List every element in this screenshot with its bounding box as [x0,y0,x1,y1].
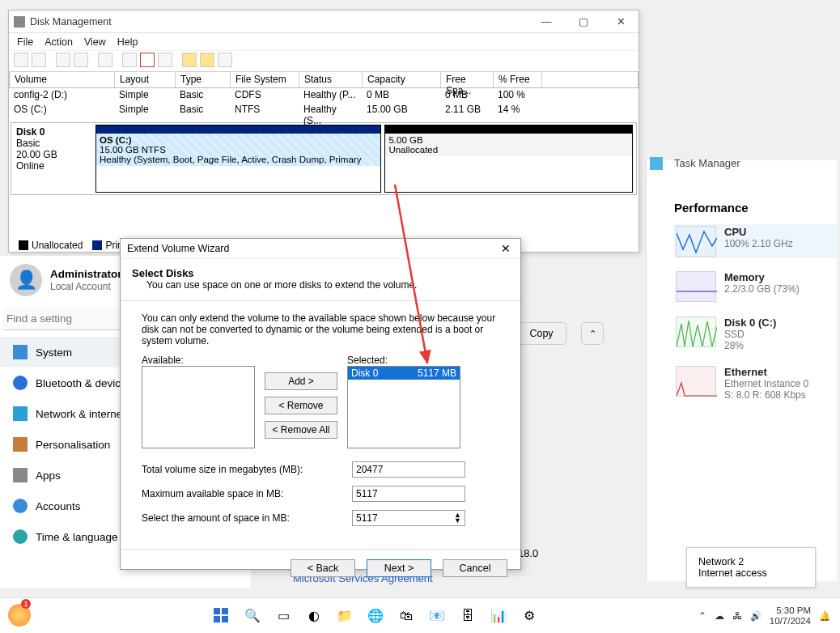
task-manager-taskbar-icon[interactable]: 📊 [487,605,510,627]
cell-volume: config-2 (D:) [9,88,114,103]
avatar-icon: 👤 [10,264,42,296]
col-capacity[interactable]: Capacity [363,72,441,87]
maximize-button[interactable]: ▢ [571,15,596,28]
next-button[interactable]: Next > [367,559,431,577]
menu-action[interactable]: Action [45,36,73,48]
perf-disk[interactable]: Disk 0 (C:)SSD28% [674,315,837,353]
settings-taskbar-icon[interactable]: ⚙ [518,605,541,627]
tm-heading: Performance [674,201,837,215]
detail-icon[interactable] [74,53,88,67]
selected-list[interactable]: Disk 0 5117 MB [347,366,460,448]
network-flyout[interactable]: Network 2 Internet access [686,547,816,588]
copy-button[interactable]: Copy [516,322,566,345]
back-button[interactable]: < Back [291,559,355,577]
cell-volume: OS (C:) [9,103,114,117]
disk-label[interactable]: Disk 0 Basic 20.00 GB Online [11,123,92,194]
network-tray-icon[interactable]: 🖧 [732,611,742,621]
col-layout[interactable]: Layout [115,72,176,87]
tray-clock[interactable]: 5:30 PM 10/7/2024 [770,605,811,627]
expand-button[interactable]: ⌃ [581,322,604,345]
spinner-icon[interactable]: ▲▼ [454,512,461,524]
apps-icon [13,468,28,482]
disk-name: Disk 0 [16,126,45,138]
svg-rect-4 [222,616,228,622]
properties-icon[interactable] [158,53,172,67]
extend-volume-wizard: Extend Volume Wizard✕ Select Disks You c… [120,238,521,570]
store-icon[interactable]: 🛍 [395,605,418,627]
evw-subheading: You can use space on one or more disks t… [146,279,417,291]
add-button[interactable]: Add > [265,372,337,390]
outlook-icon[interactable]: 📧 [426,605,448,627]
volume-row[interactable]: config-2 (D:) Simple Basic CDFS Healthy … [9,88,638,103]
disk-size: 20.00 GB [16,149,57,160]
col-filesystem[interactable]: File System [231,72,299,87]
disk-state: Online [16,160,45,172]
col-status[interactable]: Status [299,72,363,87]
evw-title: Extend Volume Wizard [127,243,229,254]
remove-button[interactable]: < Remove [265,397,337,414]
available-list[interactable] [142,366,255,448]
cpu-graph-icon [676,226,716,257]
extend-volume-icon[interactable] [218,53,232,67]
dm-titlebar[interactable]: Disk Management — ▢ ✕ [9,11,638,33]
delete-volume-icon[interactable] [200,53,214,67]
taskbar: 1 🔍 ▭ ◐ 📁 🌐 🛍 📧 🗄 📊 ⚙ ⌃ ☁ 🖧 🔊 5:30 PM 10… [0,597,840,633]
menu-file[interactable]: File [17,36,33,48]
onedrive-icon[interactable]: ☁ [715,610,724,622]
forward-icon[interactable] [32,53,46,67]
menu-view[interactable]: View [84,36,106,48]
close-button[interactable]: ✕ [608,15,634,28]
start-icon[interactable] [210,605,233,627]
max-space-value: 5117 [352,486,465,502]
disk-graph-icon [676,316,716,347]
part-size: 15.00 GB NTFS [100,145,166,155]
brush-icon [13,437,28,452]
part-size: 5.00 GB [388,135,422,145]
server-manager-icon[interactable]: 🗄 [456,605,479,627]
action-icon[interactable] [56,53,70,67]
svg-rect-1 [214,608,220,614]
remove-icon[interactable] [140,53,155,67]
edge-icon[interactable]: 🌐 [364,605,387,627]
task-view-icon[interactable]: ▭ [272,605,295,627]
dm-title: Disk Management [30,16,112,28]
select-space-input[interactable]: 5117▲▼ [352,510,465,526]
total-size-label: Total volume size in megabytes (MB): [142,464,352,475]
volume-icon[interactable]: 🔊 [750,610,762,622]
evw-note: You can only extend the volume to the av… [142,312,499,346]
close-icon[interactable]: ✕ [498,242,514,255]
perf-memory[interactable]: Memory2.2/3.0 GB (73%) [674,270,837,304]
explorer-icon[interactable]: 📁 [333,605,356,627]
tray-chevron-icon[interactable]: ⌃ [698,610,706,622]
back-icon[interactable] [14,53,28,67]
notifications-icon[interactable]: 🔔 [819,610,830,622]
refresh-icon[interactable] [122,53,137,67]
copilot-icon[interactable]: ◐ [303,605,325,627]
search-icon[interactable]: 🔍 [241,605,264,627]
help-icon[interactable] [98,53,112,67]
system-icon [13,345,28,359]
remove-all-button[interactable]: < Remove All [265,421,337,439]
volume-columns: Volume Layout Type File System Status Ca… [9,72,638,88]
partition-unallocated[interactable]: 5.00 GB Unallocated [384,125,633,193]
partition-os[interactable]: OS (C:) 15.00 GB NTFS Healthy (System, B… [95,125,381,193]
col-pctfree[interactable]: % Free [494,72,542,87]
select-space-label: Select the amount of space in MB: [142,512,352,524]
volume-row[interactable]: OS (C:) Simple Basic NTFS Healthy (S... … [9,103,638,117]
new-volume-icon[interactable] [182,53,197,67]
part-status: Healthy (System, Boot, Page File, Active… [100,155,361,164]
perf-ethernet[interactable]: EthernetEthernet Instance 0S: 8.0 R: 608… [674,364,837,402]
ethernet-graph-icon [676,366,716,397]
selected-disk-item[interactable]: Disk 0 5117 MB [348,367,460,380]
task-manager-panel: Task Manager Performance CPU100% 2.10 GH… [646,160,837,581]
menu-help[interactable]: Help [117,36,138,48]
perf-cpu[interactable]: CPU100% 2.10 GHz [674,224,837,258]
globe-icon [13,529,28,544]
minimize-button[interactable]: — [533,15,559,28]
cancel-button[interactable]: Cancel [443,559,507,577]
col-type[interactable]: Type [176,72,231,87]
col-free[interactable]: Free Spa... [441,72,494,87]
col-volume[interactable]: Volume [10,72,115,87]
disk-management-window: Disk Management — ▢ ✕ File Action View H… [8,10,639,253]
memory-graph-icon [676,271,716,302]
